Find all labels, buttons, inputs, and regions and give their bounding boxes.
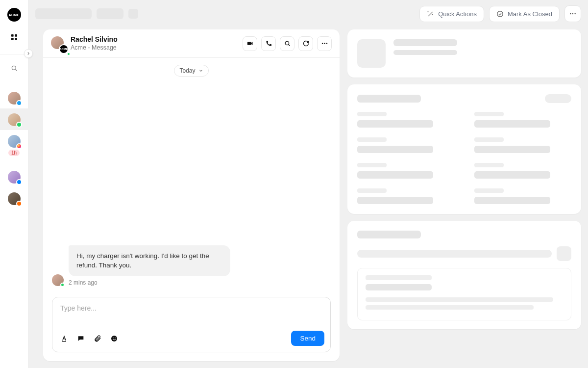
detail-field [474, 163, 572, 179]
svg-point-19 [113, 337, 114, 338]
skeleton [366, 284, 432, 290]
topbar: Quick Actions Mark As Closed [28, 0, 588, 27]
svg-point-4 [12, 66, 16, 70]
chat-body: Today Hi, my charger isn't working. I'd … [43, 58, 340, 290]
svg-rect-2 [11, 38, 14, 40]
detail-field [357, 112, 455, 128]
composer: Send [52, 297, 331, 352]
phone-icon [265, 40, 272, 47]
more-menu-button[interactable] [564, 5, 581, 22]
expand-rail-icon[interactable] [24, 49, 33, 58]
details-card [347, 84, 581, 214]
channel-instagram-icon [16, 143, 22, 149]
refresh-button[interactable] [298, 36, 313, 51]
format-text-button[interactable] [58, 333, 70, 344]
avatar [8, 135, 21, 148]
activity-item [357, 268, 571, 320]
voice-call-button[interactable] [261, 36, 276, 51]
avatar [8, 113, 21, 126]
magic-wand-icon [427, 10, 434, 18]
chat-panel: ACME Rachel Silvino Acme - Message [43, 29, 340, 361]
message-input[interactable] [52, 297, 330, 327]
profile-picture-skeleton [357, 39, 386, 68]
svg-point-15 [326, 43, 327, 44]
search-conversation-button[interactable] [280, 36, 294, 51]
contact-avatar[interactable]: ACME [51, 36, 66, 51]
wait-time-badge: 1h [8, 150, 20, 156]
more-horizontal-icon [569, 10, 577, 18]
detail-field [474, 137, 572, 153]
channel-messenger-icon [16, 179, 22, 185]
date-separator[interactable]: Today [174, 65, 208, 77]
chat-header: ACME Rachel Silvino Acme - Message [43, 29, 340, 58]
detail-field [474, 112, 572, 128]
quick-actions-label: Quick Actions [438, 10, 477, 18]
svg-point-20 [115, 337, 116, 338]
canned-response-button[interactable] [75, 333, 87, 344]
mark-closed-button[interactable]: Mark As Closed [489, 6, 560, 22]
emoji-button[interactable] [108, 333, 120, 344]
send-button[interactable]: Send [291, 331, 324, 346]
svg-rect-1 [15, 34, 17, 37]
svg-point-7 [570, 13, 571, 14]
svg-point-9 [574, 13, 575, 14]
detail-field [474, 188, 572, 204]
avatar [8, 92, 21, 105]
channel-icon [16, 201, 22, 207]
conversation-item[interactable] [0, 108, 28, 130]
channel-twitter-icon [16, 100, 22, 106]
skeleton [557, 246, 571, 261]
skeleton [97, 8, 123, 19]
skeleton [545, 94, 571, 103]
detail-field [357, 188, 455, 204]
skeleton [357, 231, 421, 238]
date-label: Today [179, 67, 195, 74]
detail-field [357, 137, 455, 153]
paperclip-icon [94, 335, 101, 342]
search-icon [284, 40, 291, 47]
activity-card [347, 221, 581, 329]
message-time: 2 mins ago [69, 279, 230, 286]
refresh-icon [302, 40, 310, 47]
svg-point-6 [497, 11, 503, 16]
skeleton [393, 39, 457, 46]
avatar [8, 192, 21, 205]
quick-actions-button[interactable]: Quick Actions [419, 6, 484, 22]
attach-file-button[interactable] [92, 333, 103, 344]
svg-point-14 [324, 43, 325, 44]
svg-rect-3 [15, 38, 17, 40]
conversation-item[interactable] [0, 187, 28, 209]
conversation-item[interactable] [0, 166, 28, 187]
detail-field [357, 163, 455, 179]
conversation-item[interactable] [0, 87, 28, 108]
skeleton [393, 50, 457, 55]
more-horizontal-icon [321, 40, 328, 47]
svg-point-8 [572, 13, 573, 14]
main-area: Quick Actions Mark As Closed ACME [28, 0, 588, 368]
video-icon [246, 40, 254, 47]
skeleton [366, 275, 432, 280]
channel-whatsapp-icon [60, 283, 65, 287]
skeleton [128, 9, 138, 19]
message-row: Hi, my charger isn't working. I'd like t… [52, 245, 331, 286]
search-icon[interactable] [7, 61, 21, 75]
video-call-button[interactable] [243, 36, 257, 51]
brand-logo[interactable]: ACME [7, 8, 21, 22]
check-circle-icon [496, 10, 504, 18]
skeleton [366, 297, 553, 302]
conversation-more-button[interactable] [317, 36, 332, 51]
details-sidebar [347, 29, 581, 361]
apps-grid-icon[interactable] [7, 30, 21, 44]
svg-rect-10 [247, 42, 251, 45]
message-bubble: Hi, my charger isn't working. I'd like t… [69, 245, 230, 276]
chat-subtitle: Acme - Message [71, 44, 118, 52]
skeleton [35, 8, 92, 19]
svg-point-11 [285, 41, 289, 45]
text-format-icon [60, 335, 68, 342]
emoji-icon [110, 335, 118, 342]
chevron-down-icon [198, 68, 203, 73]
conversation-item[interactable]: 1h [0, 130, 28, 160]
svg-rect-0 [11, 34, 14, 37]
channel-whatsapp-icon [16, 122, 22, 128]
chat-icon [77, 335, 85, 342]
